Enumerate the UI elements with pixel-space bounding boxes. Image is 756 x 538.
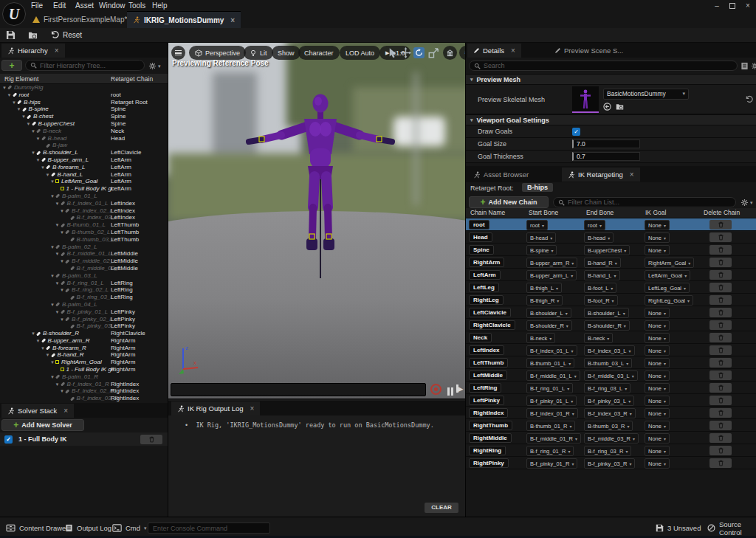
chain-row[interactable]: LeftPinkyB-f_pinky_01_L▾B-f_pinky_03_L▾N… — [466, 394, 756, 407]
expander-icon[interactable]: ▼ — [55, 223, 61, 227]
expander-icon[interactable]: ▼ — [50, 375, 55, 379]
ik-goal-dropdown[interactable]: None▾ — [645, 408, 670, 418]
start-bone-dropdown[interactable]: B-upper_arm_R▾ — [526, 258, 577, 268]
end-bone-dropdown[interactable]: B-foot_L▾ — [584, 283, 616, 293]
chain-row[interactable]: LeftIndexB-f_index_01_L▾B-f_index_03_L▾N… — [466, 344, 756, 356]
hierarchy-column-headers[interactable]: Rig Element Retarget Chain — [0, 74, 168, 84]
lod-button[interactable]: LOD Auto — [340, 46, 380, 60]
select-tool-icon[interactable] — [387, 47, 398, 58]
chain-name-field[interactable]: LeftPinky — [469, 396, 504, 405]
tree-row[interactable]: ▼B-f_middle_02_LLeftMiddle — [0, 258, 168, 265]
delete-chain-button[interactable] — [709, 283, 732, 292]
add-new-solver-button[interactable]: +Add New Solver — [1, 419, 84, 431]
solver-row[interactable]: ✓ 1 - Full Body IK — [0, 432, 168, 446]
start-bone-dropdown[interactable]: B-neck▾ — [526, 333, 555, 343]
end-bone-dropdown[interactable]: B-upperChest▾ — [584, 245, 630, 255]
ik-goal-dropdown[interactable]: None▾ — [645, 433, 670, 444]
chain-name-field[interactable]: Neck — [469, 333, 492, 342]
start-bone-dropdown[interactable]: B-f_ring_01_R▾ — [526, 446, 574, 456]
start-bone-dropdown[interactable]: B-thumb_01_L▾ — [526, 358, 574, 368]
tab-asset-browser[interactable]: Asset Browser — [467, 168, 535, 182]
delete-chain-button[interactable] — [709, 220, 732, 230]
unreal-logo[interactable]: U — [2, 2, 26, 26]
viewport-menu-button[interactable] — [171, 46, 185, 60]
chain-row[interactable]: RightMiddleB-f_middle_01_R▾B-f_middle_03… — [466, 432, 756, 444]
delete-chain-button[interactable] — [709, 396, 732, 405]
expander-icon[interactable]: ▼ — [36, 158, 41, 162]
expander-icon[interactable]: ▼ — [50, 194, 55, 199]
ik-goal-dropdown[interactable]: None▾ — [645, 232, 670, 243]
ik-goal-dropdown[interactable]: LeftArm_Goal▾ — [645, 270, 690, 280]
mesh-thumbnail[interactable] — [572, 86, 599, 113]
tree-row[interactable]: ▼B-f_index_01_LLeftIndex — [0, 200, 168, 207]
step-forward-button[interactable]: ▶ — [456, 384, 463, 393]
chain-name-field[interactable]: LeftRing — [469, 383, 501, 393]
tree-row[interactable]: ▼B-thumb_01_LLeftThumb — [0, 221, 168, 229]
ik-goal-dropdown[interactable]: None▾ — [645, 421, 670, 431]
expander-icon[interactable]: ▼ — [2, 86, 7, 90]
start-bone-dropdown[interactable]: B-thigh_L▾ — [526, 283, 562, 293]
ik-goal-dropdown[interactable]: None▾ — [645, 220, 670, 230]
expander-icon[interactable]: ▼ — [36, 339, 41, 343]
ik-goal-dropdown[interactable]: None▾ — [645, 383, 670, 393]
chain-row[interactable]: HeadB-head▾B-head▾None▾ — [466, 231, 756, 244]
tree-row[interactable]: ▼B-thumb_02_LLeftThumb — [0, 229, 168, 236]
character-button[interactable]: Character — [298, 46, 340, 60]
chain-row[interactable]: SpineB-spine▾B-upperChest▾None▾ — [466, 244, 756, 256]
expander-icon[interactable]: ▼ — [27, 122, 32, 126]
chain-row[interactable]: LeftArmB-upper_arm_L▾B-hand_L▾LeftArm_Go… — [466, 269, 756, 281]
tree-row[interactable]: ▼B-f_index_02_LLeftIndex — [0, 207, 168, 215]
close-panel-icon[interactable]: × — [250, 404, 255, 413]
chain-name-field[interactable]: LeftArm — [469, 270, 501, 280]
expander-icon[interactable]: ▼ — [31, 151, 36, 155]
ik-goal-dropdown[interactable]: None▾ — [645, 333, 670, 343]
save-icon[interactable] — [6, 30, 16, 40]
tree-row[interactable]: ▼B-hand_RRightArm — [0, 351, 168, 359]
start-bone-dropdown[interactable]: B-f_index_01_R▾ — [526, 408, 578, 418]
hierarchy-filter-input[interactable] — [40, 62, 140, 69]
goal-size-field[interactable]: 7.0 — [572, 139, 640, 148]
chain-name-field[interactable]: LeftMiddle — [469, 370, 507, 380]
tree-row[interactable]: B-thumb_03_LLeftThumb — [0, 236, 168, 244]
chain-name-field[interactable]: RightIndex — [469, 408, 508, 418]
tree-row[interactable]: B-f_index_03_LLeftIndex — [0, 214, 168, 221]
tree-row[interactable]: ▼B-hipsRetarget Root — [0, 99, 168, 106]
tab-ikrig[interactable]: IKRIG_MotionsDummy × — [127, 11, 241, 28]
goal-thickness-field[interactable]: 0.7 — [572, 152, 640, 161]
chain-row[interactable]: LeftClavicleB-shoulder_L▾B-shoulder_L▾No… — [466, 306, 756, 319]
tree-row[interactable]: ▼B-upper_arm_LLeftArm — [0, 156, 168, 164]
end-bone-dropdown[interactable]: B-shoulder_R▾ — [584, 320, 630, 331]
delete-chain-button[interactable] — [709, 320, 732, 330]
tree-row[interactable]: ▼B-headHead — [0, 135, 168, 142]
ik-goal-dropdown[interactable]: None▾ — [645, 446, 670, 456]
expander-icon[interactable]: ▼ — [55, 252, 61, 256]
move-tool-icon[interactable] — [400, 47, 411, 58]
preview-mannequin[interactable] — [244, 94, 396, 288]
ik-goal-dropdown[interactable]: None▾ — [645, 320, 670, 331]
start-bone-dropdown[interactable]: B-head▾ — [526, 232, 556, 243]
tab-ik-retargeting[interactable]: IK Retargeting × — [562, 168, 640, 182]
retarget-root-value[interactable]: B-hips — [522, 183, 553, 192]
unsaved-button[interactable]: 3 Unsaved — [656, 522, 701, 534]
chain-row[interactable]: RightArmB-upper_arm_R▾B-hand_R▾RightArm_… — [466, 256, 756, 269]
chain-name-field[interactable]: RightPinky — [469, 458, 509, 468]
tree-row[interactable]: ▼B-f_pinky_01_LLeftPinky — [0, 308, 168, 316]
end-bone-dropdown[interactable]: B-f_ring_03_L▾ — [584, 383, 630, 393]
chain-row[interactable]: RightRingB-f_ring_01_R▾B-f_ring_03_R▾Non… — [466, 444, 756, 457]
tree-row[interactable]: ▼B-palm_02_L — [0, 244, 168, 251]
close-panel-icon[interactable]: × — [630, 170, 634, 179]
chain-name-field[interactable]: RightLeg — [469, 295, 504, 305]
hierarchy-settings-button[interactable]: ▾ — [148, 62, 161, 70]
chain-name-field[interactable]: RightArm — [469, 258, 504, 267]
tree-row[interactable]: ▼DummyRig — [0, 84, 168, 92]
chain-row[interactable]: NeckB-neck▾B-neck▾None▾ — [466, 331, 756, 344]
chain-filter[interactable] — [553, 197, 736, 207]
browse-icon[interactable] — [28, 30, 38, 40]
tree-row[interactable]: ▼B-palm_03_L — [0, 272, 168, 280]
delete-chain-button[interactable] — [709, 421, 732, 430]
tree-row[interactable]: ▼B-spineSpine — [0, 106, 168, 113]
chain-name-field[interactable]: RightRing — [469, 446, 506, 455]
chain-row[interactable]: RightClavicleB-shoulder_R▾B-shoulder_R▾N… — [466, 319, 756, 331]
chain-row[interactable]: LeftThumbB-thumb_01_L▾B-thumb_03_L▾None▾ — [466, 356, 756, 369]
tree-row[interactable]: 1 - Full Body IK gcLeftArm — [0, 185, 168, 193]
